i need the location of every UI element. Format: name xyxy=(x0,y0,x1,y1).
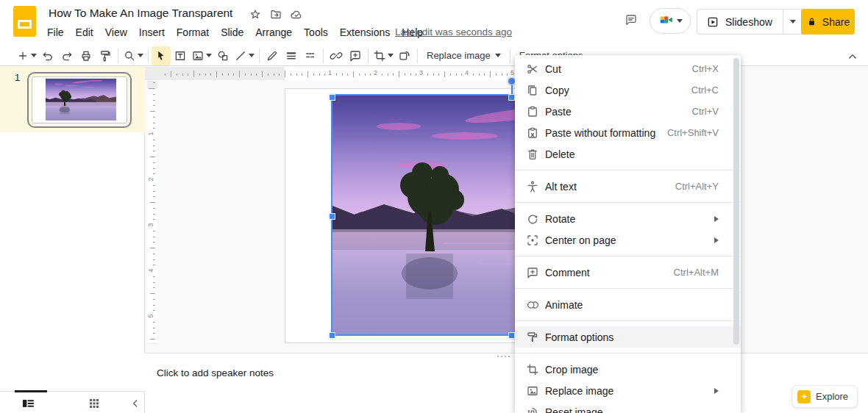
chevron-down-icon xyxy=(677,19,683,23)
filmstrip-view-button[interactable] xyxy=(19,395,37,412)
context-menu-item-label: Paste without formatting xyxy=(545,127,655,139)
resize-handle-top-left[interactable] xyxy=(329,94,335,101)
add-comment-button[interactable] xyxy=(346,46,365,65)
hruler-number: 4 xyxy=(465,69,469,76)
chevron-down-icon xyxy=(138,54,143,57)
toolbar-divider xyxy=(323,49,324,63)
grid-view-button[interactable] xyxy=(85,395,103,412)
meet-button[interactable] xyxy=(650,8,691,34)
menubar-item-edit[interactable]: Edit xyxy=(70,24,99,40)
shape-button[interactable] xyxy=(213,46,232,65)
share-button[interactable]: Share xyxy=(801,9,855,35)
hruler-number: 2 xyxy=(374,69,377,76)
slides-logo-icon[interactable] xyxy=(13,6,36,37)
replace-image-icon xyxy=(526,384,539,398)
context-menu-item-format-options[interactable]: Format options xyxy=(515,326,741,348)
zoom-button[interactable] xyxy=(121,46,145,65)
context-menu-item-copy[interactable]: CopyCtrl+C xyxy=(515,79,741,101)
shortcut-hint: Ctrl+V xyxy=(692,106,719,117)
toolbar-divider xyxy=(259,49,260,63)
context-menu-item-label: Animate xyxy=(545,299,583,311)
menubar-item-tools[interactable]: Tools xyxy=(298,24,334,40)
hruler-number: 3 xyxy=(419,69,423,76)
app-header: How To Make An Image Transparent FileEdi… xyxy=(0,0,868,46)
explore-icon xyxy=(797,390,811,403)
paint-format-button[interactable] xyxy=(96,46,115,65)
context-menu-item-replace-image[interactable]: Replace image xyxy=(515,380,741,401)
menubar-item-slide[interactable]: Slide xyxy=(215,24,249,40)
context-menu-item-paste-without-formatting[interactable]: Paste without formattingCtrl+Shift+V xyxy=(515,122,741,143)
mask-image-button[interactable] xyxy=(395,46,414,65)
context-menu-item-rotate[interactable]: Rotate xyxy=(515,208,741,229)
slideshow-dropdown-button[interactable] xyxy=(783,10,803,34)
ruler-corner xyxy=(145,67,160,80)
menubar-item-extensions[interactable]: Extensions xyxy=(334,24,396,40)
resize-handle-top-center[interactable] xyxy=(508,94,515,101)
explore-button[interactable]: Explore xyxy=(791,385,858,408)
resize-handle-bottom-center[interactable] xyxy=(508,332,515,339)
resize-handle-mid-left[interactable] xyxy=(329,213,335,220)
context-menu-divider xyxy=(515,320,741,321)
context-menu-item-paste[interactable]: PasteCtrl+V xyxy=(515,101,741,122)
shortcut-hint: Ctrl+Alt+M xyxy=(674,267,719,278)
meet-icon xyxy=(658,12,675,31)
document-title[interactable]: How To Make An Image Transparent xyxy=(49,7,232,20)
border-weight-button[interactable] xyxy=(282,46,301,65)
crop-button[interactable] xyxy=(371,46,395,65)
menubar-item-insert[interactable]: Insert xyxy=(133,24,171,40)
shortcut-hint: Ctrl+X xyxy=(692,63,719,74)
context-menu-item-label: Delete xyxy=(545,148,574,160)
text-box-button[interactable] xyxy=(171,46,190,65)
replace-image-button[interactable]: Replace image xyxy=(421,47,507,65)
insert-image-button[interactable] xyxy=(190,46,213,65)
delete-icon xyxy=(526,148,539,161)
pen-button[interactable] xyxy=(263,46,282,65)
comments-icon[interactable] xyxy=(625,13,638,26)
filmstrip-slide-1[interactable]: 1 xyxy=(0,66,145,132)
menubar-item-format[interactable]: Format xyxy=(171,24,215,40)
select-button[interactable] xyxy=(152,46,171,65)
line-button[interactable] xyxy=(232,46,256,65)
menubar-item-view[interactable]: View xyxy=(99,24,133,40)
context-menu-item-delete[interactable]: Delete xyxy=(515,143,741,165)
border-dash-button[interactable] xyxy=(301,46,320,65)
menubar-item-arrange[interactable]: Arrange xyxy=(249,24,298,40)
context-menu-item-center-on-page[interactable]: Center on page xyxy=(515,229,741,251)
context-menu-item-animate[interactable]: Animate xyxy=(515,294,741,315)
context-menu-scrollbar[interactable] xyxy=(733,58,739,345)
notes-resize-handle[interactable] xyxy=(497,356,510,357)
speaker-notes-placeholder[interactable]: Click to add speaker notes xyxy=(157,367,274,378)
animate-icon xyxy=(526,298,539,312)
thumbnail-image xyxy=(46,79,116,121)
new-slide-button[interactable] xyxy=(15,46,38,65)
filmstrip-panel: 1 xyxy=(0,66,145,353)
slideshow-label: Slideshow xyxy=(725,16,772,28)
insert-link-button[interactable] xyxy=(327,46,346,65)
undo-button[interactable] xyxy=(38,46,57,65)
slideshow-button[interactable]: Slideshow xyxy=(697,10,783,34)
submenu-arrow-icon xyxy=(714,237,719,243)
cloud-saved-icon[interactable] xyxy=(290,8,303,21)
speaker-notes-panel[interactable] xyxy=(145,353,868,413)
vruler-number: 2 xyxy=(147,177,154,181)
context-menu-item-crop-image[interactable]: Crop image xyxy=(515,359,741,380)
center-on-page-icon xyxy=(526,234,539,247)
hruler-number: 5 xyxy=(511,69,514,76)
shortcut-hint: Ctrl+C xyxy=(691,85,719,96)
collapse-filmstrip-button[interactable] xyxy=(127,395,144,412)
move-folder-icon[interactable] xyxy=(269,8,282,21)
context-menu-item-comment[interactable]: CommentCtrl+Alt+M xyxy=(515,262,741,283)
last-edit-status[interactable]: Last edit was seconds ago xyxy=(395,26,512,37)
print-button[interactable] xyxy=(77,46,96,65)
redo-button[interactable] xyxy=(57,46,77,65)
context-menu-item-alt-text[interactable]: Alt textCtrl+Alt+Y xyxy=(515,176,741,197)
menubar-item-file[interactable]: File xyxy=(41,24,70,40)
context-menu: CutCtrl+XCopyCtrl+CPasteCtrl+VPaste with… xyxy=(515,55,741,413)
context-menu-item-cut[interactable]: CutCtrl+X xyxy=(515,58,741,79)
resize-handle-bottom-left[interactable] xyxy=(329,332,335,339)
slide-thumbnail[interactable] xyxy=(32,76,127,123)
star-icon[interactable] xyxy=(249,8,262,21)
context-menu-item-reset-image[interactable]: Reset image xyxy=(515,401,741,413)
format-options-icon xyxy=(526,331,539,344)
collapse-toolbar-button[interactable] xyxy=(844,49,861,65)
